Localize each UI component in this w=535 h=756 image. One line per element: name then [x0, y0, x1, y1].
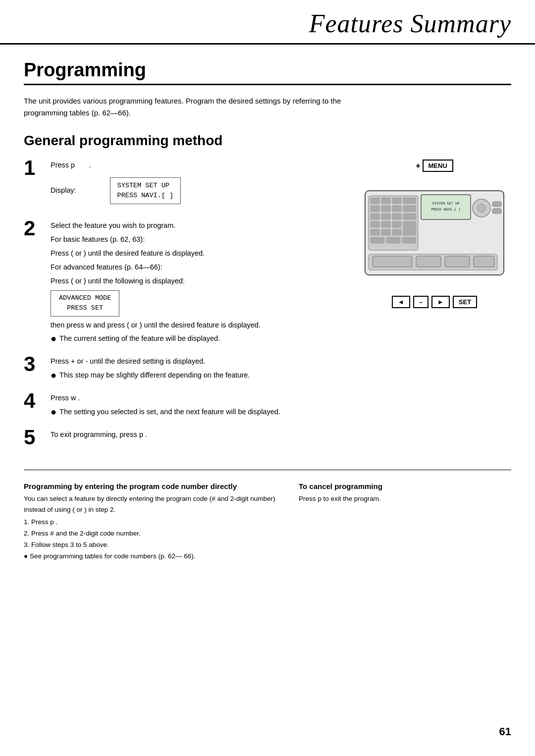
bottom-right-heading: To cancel programming — [299, 482, 511, 490]
step-2-adv-display-box: ADVANCED MODE PRESS SET — [51, 290, 119, 317]
step-3-text: Press + or - until the desired setting i… — [51, 356, 348, 368]
svg-rect-6 — [371, 206, 379, 212]
svg-rect-19 — [392, 229, 401, 235]
step-2-content: Select the feature you wish to program. … — [51, 220, 348, 346]
nav-minus-button: – — [413, 296, 428, 308]
bottom-left: Programming by entering the program code… — [24, 482, 279, 562]
step-4-content: Press w . ● The setting you selected is … — [51, 392, 348, 419]
step-2-adv-line2: PRESS SET — [59, 303, 111, 313]
menu-button-label: MENU — [423, 160, 453, 172]
svg-text:SYSTEM SET UP: SYSTEM SET UP — [432, 202, 460, 206]
step-1-display-label: Display: — [51, 185, 76, 197]
step-2-adv-box-wrapper: ADVANCED MODE PRESS SET — [51, 290, 348, 317]
main-content: Programming The unit provides various pr… — [0, 45, 535, 577]
step-3-bullet1-text: This step may be slightly different depe… — [59, 370, 250, 380]
svg-rect-14 — [371, 221, 379, 227]
page-title: Features Summary — [309, 9, 511, 38]
page-number: 61 — [499, 725, 511, 738]
bullet-dot: ● — [51, 332, 56, 344]
step-2-number: 2 — [24, 218, 45, 239]
step-1-number: 1 — [24, 158, 45, 178]
step-5-content: To exit programming, press p . — [51, 429, 348, 443]
svg-rect-12 — [392, 214, 401, 219]
bottom-left-heading: Programming by entering the program code… — [24, 482, 279, 490]
svg-rect-20 — [403, 221, 416, 235]
step-2-adv-line1: ADVANCED MODE — [59, 293, 111, 303]
step-2-advanced-detail: Press ( or ) until the following is disp… — [51, 275, 348, 287]
step-2-basic: For basic features (p. 62, 63): — [51, 234, 348, 246]
svg-rect-30 — [492, 209, 501, 214]
intro-text: The unit provides various programming fe… — [24, 95, 361, 119]
step-3-number: 3 — [24, 354, 45, 375]
step-5-number: 5 — [24, 427, 45, 448]
steps-device-layout: 1 Press p . Display: SYSTEM SET UP PRESS… — [24, 160, 511, 458]
svg-rect-23 — [402, 237, 416, 243]
menu-label-text: MENU — [428, 162, 447, 169]
nav-left-button: ◄ — [392, 296, 410, 308]
step-1-display-line2: PRESS NAVI.[ ] — [117, 191, 173, 201]
subsection-title: General programming method — [24, 133, 511, 149]
bottom-list-item-3: 3. Follow steps 3 to 5 above. — [24, 540, 279, 551]
step-4-text: Press w . — [51, 392, 348, 404]
bottom-right-body: Press p to exit the program. — [299, 493, 511, 504]
svg-rect-29 — [492, 202, 501, 207]
step-3-bullet1: ● This step may be slightly different de… — [51, 370, 348, 381]
nav-right-button: ► — [431, 296, 450, 308]
svg-text:PRESS NAVI.[   ]: PRESS NAVI.[ ] — [431, 208, 460, 212]
plus-symbol: + — [416, 162, 420, 170]
svg-point-28 — [478, 204, 485, 212]
bottom-list-item-4: ● See programming tables for code number… — [24, 551, 279, 562]
svg-rect-35 — [474, 256, 494, 267]
steps-column: 1 Press p . Display: SYSTEM SET UP PRESS… — [24, 160, 358, 458]
bullet-dot-4: ● — [51, 406, 56, 418]
bullet-dot-3: ● — [51, 369, 56, 381]
section-title: Programming — [24, 59, 511, 85]
svg-rect-34 — [445, 256, 470, 267]
step-1: 1 Press p . Display: SYSTEM SET UP PRESS… — [24, 160, 348, 210]
nav-right-symbol: ► — [437, 298, 444, 306]
menu-btn-area: + MENU — [416, 160, 453, 172]
bottom-list-item-2: 2. Press # and the 2-digit code number. — [24, 528, 279, 540]
svg-rect-24 — [421, 195, 471, 219]
step-4-bullet1-text: The setting you selected is set, and the… — [59, 406, 280, 417]
page-header: Features Summary — [0, 0, 535, 45]
step-3-content: Press + or - until the desired setting i… — [51, 356, 348, 382]
svg-rect-32 — [373, 256, 412, 267]
bottom-left-body: You can select a feature by directly ent… — [24, 493, 279, 515]
bottom-list-item-1: 1. Press p . — [24, 517, 279, 528]
step-1-display-row: Display: SYSTEM SET UP PRESS NAVI.[ ] — [51, 174, 348, 208]
svg-rect-8 — [392, 206, 401, 212]
bottom-right: To cancel programming Press p to exit th… — [299, 482, 511, 562]
section-divider — [24, 470, 511, 470]
step-1-content: Press p . Display: SYSTEM SET UP PRESS N… — [51, 160, 348, 210]
svg-rect-17 — [371, 229, 379, 235]
step-2-bullet1-text: The current setting of the feature will … — [59, 333, 220, 344]
svg-rect-5 — [403, 198, 416, 204]
nav-set-label: SET — [459, 298, 471, 306]
step-2-main: Select the feature you wish to program. — [51, 220, 348, 232]
bottom-section: Programming by entering the program code… — [24, 482, 511, 562]
svg-rect-10 — [371, 214, 379, 219]
step-5: 5 To exit programming, press p . — [24, 429, 348, 448]
step-1-text: Press p . — [51, 160, 348, 171]
step-2-advanced: For advanced features (p. 64—66): — [51, 262, 348, 273]
step-2-bullet1: ● The current setting of the feature wil… — [51, 333, 348, 344]
device-svg: SYSTEM SET UP PRESS NAVI.[ ] — [363, 181, 506, 290]
nav-minus-symbol: – — [419, 298, 423, 306]
svg-rect-33 — [416, 256, 441, 267]
step-2-basic-detail: Press ( or ) until the desired feature i… — [51, 248, 348, 260]
step-2-then: then press w and press ( or ) until the … — [51, 320, 348, 331]
svg-rect-2 — [371, 198, 379, 204]
svg-rect-9 — [403, 206, 416, 212]
svg-rect-4 — [392, 198, 401, 204]
step-4: 4 Press w . ● The setting you selected i… — [24, 392, 348, 419]
svg-rect-16 — [392, 221, 401, 227]
nav-set-button: SET — [453, 296, 477, 308]
svg-rect-18 — [381, 229, 390, 235]
nav-left-symbol: ◄ — [398, 298, 404, 306]
svg-rect-3 — [381, 198, 390, 204]
device-image: SYSTEM SET UP PRESS NAVI.[ ] — [363, 181, 506, 292]
svg-rect-21 — [371, 237, 384, 243]
step-4-bullet1: ● The setting you selected is set, and t… — [51, 406, 348, 418]
svg-rect-13 — [403, 214, 416, 219]
